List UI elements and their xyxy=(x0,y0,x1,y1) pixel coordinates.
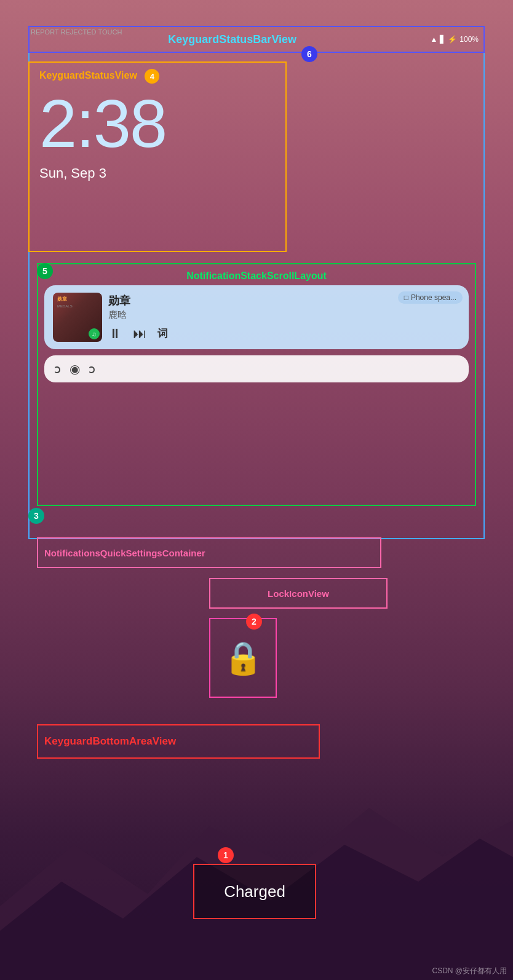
charged-container: Charged xyxy=(193,864,316,919)
badge-3: 3 xyxy=(28,508,44,524)
lock-icon-view-label: LockIconView xyxy=(268,588,329,599)
artist-name: 鹿晗 xyxy=(108,309,460,321)
status-icons: ▲ ▋ ⚡ 100% xyxy=(430,35,479,44)
lock-icon-view: LockIconView xyxy=(209,578,388,609)
spotify-icon: ♫ xyxy=(89,328,100,339)
next-button[interactable]: ⏭ xyxy=(133,326,146,342)
quick-settings-label: NotificationsQuickSettingsContainer xyxy=(44,548,205,558)
clock-display: 2:38 xyxy=(39,86,276,160)
music-controls: ⏸ ⏭ 词 xyxy=(108,326,460,342)
speaker-text: Phone spea... xyxy=(411,293,456,302)
music-notification-card[interactable]: 勋章 MEDALS ♫ 勋章 鹿晗 ⏸ ⏭ 词 □ Phone spea... xyxy=(44,285,469,349)
app-icon-1: ↄ xyxy=(54,362,61,376)
app-icon-3: ↄ xyxy=(89,362,95,376)
phone-icon: □ xyxy=(404,293,408,302)
keyguard-bottom-area-view: KeyguardBottomAreaView xyxy=(37,724,320,759)
quick-settings-container: NotificationsQuickSettingsContainer xyxy=(37,537,381,568)
watermark: CSDN @安仔都有人用 xyxy=(432,966,507,976)
phone-screen: REPORT REJECTED TOUCH KeyguardStatusBarV… xyxy=(0,0,513,980)
notification-scroll-layout: NotificationStackScrollLayout 勋章 MEDALS … xyxy=(37,263,476,506)
charged-text: Charged xyxy=(224,882,285,901)
report-rejected-label: REPORT REJECTED TOUCH xyxy=(31,28,122,36)
keyguard-status-view: KeyguardStatusView 4 2:38 Sun, Sep 3 xyxy=(28,61,287,252)
badge-1: 1 xyxy=(218,847,234,863)
battery-percent: 100% xyxy=(459,35,479,44)
lock-symbol: 🔒 xyxy=(223,639,263,677)
date-display: Sun, Sep 3 xyxy=(39,165,276,181)
pause-button[interactable]: ⏸ xyxy=(108,326,122,342)
badge-2: 2 xyxy=(246,614,262,630)
notification-scroll-label: NotificationStackScrollLayout xyxy=(44,271,469,282)
badge-4: 4 xyxy=(145,69,159,84)
album-art: 勋章 MEDALS ♫ xyxy=(53,293,102,342)
bottom-area-label: KeyguardBottomAreaView xyxy=(44,735,176,748)
keyguard-status-header: KeyguardStatusView 4 xyxy=(39,69,276,84)
app-icon-2: ◉ xyxy=(70,362,80,376)
app-icon-row: ↄ ◉ ↄ xyxy=(44,355,469,382)
signal-icon: ▋ xyxy=(440,35,445,44)
speaker-badge: □ Phone spea... xyxy=(398,291,463,304)
badge-5: 5 xyxy=(37,263,53,279)
album-subtitle-text: MEDALS xyxy=(55,304,73,308)
wifi-icon: ▲ xyxy=(430,35,437,44)
lyrics-button[interactable]: 词 xyxy=(157,326,168,341)
lock-icon-container[interactable]: 🔒 xyxy=(209,618,277,698)
mountain-background xyxy=(0,734,513,980)
keyguard-status-label: KeyguardStatusView xyxy=(39,70,137,81)
battery-icon: ⚡ xyxy=(448,35,457,44)
badge-6: 6 xyxy=(301,46,317,62)
album-title-text: 勋章 xyxy=(55,295,73,304)
